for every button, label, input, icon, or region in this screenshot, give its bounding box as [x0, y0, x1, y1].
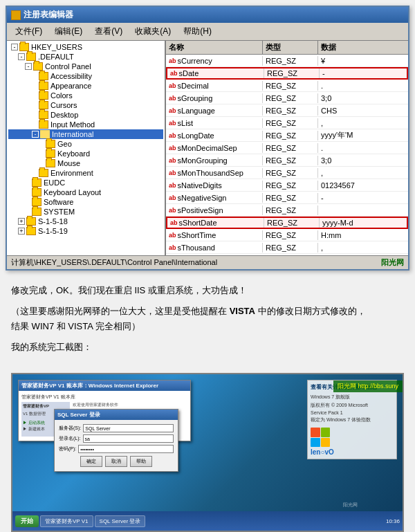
val-data: H:mm — [318, 230, 408, 240]
tree-item-s-1-5-18[interactable]: + S-1-5-18 — [8, 217, 163, 226]
value-row-sshorttime[interactable]: absShortTime REG_SZ H:mm — [166, 229, 408, 241]
tree-label: Mouse — [57, 159, 80, 167]
val-name-text: sDate — [179, 69, 199, 77]
expand-icon[interactable]: + — [18, 228, 25, 235]
tree-label: Desktop — [50, 111, 78, 119]
value-row-sdate[interactable]: absDate REG_SZ - — [166, 67, 408, 80]
value-row-sgrouping[interactable]: absGrouping REG_SZ 3;0 — [166, 92, 408, 104]
tree-item-system[interactable]: SYSTEM — [8, 207, 163, 217]
value-row-stime[interactable]: absTime REG_SZ : — [166, 254, 408, 255]
val-name-text: sPositiveSign — [178, 206, 223, 214]
value-row-snativedigits[interactable]: absNativeDigits REG_SZ 01234567 — [166, 179, 408, 192]
val-type: REG_SZ — [263, 156, 318, 165]
desktop-screenshot: 管家婆财务VP V1 账本库：Windows Internet Explorer… — [11, 373, 404, 532]
brand-name: 阳光网 — [338, 383, 356, 389]
sim-input-login[interactable]: sa — [83, 434, 174, 443]
sim-label-password: 密码(P): — [59, 446, 76, 452]
menu-favorites[interactable]: 收藏夹(A) — [129, 24, 176, 39]
body-text: 修改完成，OK。我们现在重启 IIS 或重启系统，大功告成！ （这里要感谢阳光网… — [0, 276, 415, 367]
val-data — [318, 210, 408, 211]
expand-icon[interactable]: - — [32, 131, 39, 138]
menu-view[interactable]: 查看(V) — [89, 24, 128, 39]
tree-label: Input Method — [50, 120, 95, 129]
sim-taskbar-item-1[interactable]: 管家婆财务VP V1 — [40, 515, 93, 527]
tree-item-international[interactable]: - International — [8, 129, 163, 139]
val-type: REG_SZ — [264, 68, 320, 78]
tree-item-mouse[interactable]: Mouse — [8, 158, 163, 168]
ab-icon: ab — [169, 157, 176, 164]
val-data: , — [318, 118, 408, 128]
tree-item-control-panel[interactable]: - Control Panel — [8, 62, 163, 71]
tree-item-environment[interactable]: Environment — [8, 168, 163, 178]
sim-input-server[interactable]: SQL Server — [83, 424, 174, 432]
folder-icon — [39, 72, 48, 80]
tree-item-s-1-5-19[interactable]: + S-1-5-19 — [8, 226, 163, 236]
value-row-snegativesign[interactable]: absNegativeSign REG_SZ - — [166, 192, 408, 204]
registry-content: - HKEY_USERS - .DEFAULT - Control Panel … — [7, 41, 408, 255]
value-row-smondecimalsep[interactable]: absMonDecimalSep REG_SZ . — [166, 142, 408, 154]
menu-file[interactable]: 文件(F) — [10, 24, 48, 39]
expand-icon[interactable]: - — [11, 44, 18, 51]
lenovo-logo: len○vO — [311, 448, 394, 456]
tree-item-eudc[interactable]: EUDC — [8, 178, 163, 187]
val-data: : — [318, 255, 408, 256]
value-row-smonthousandsep[interactable]: absMonThousandSep REG_SZ , — [166, 167, 408, 179]
watermark: 阳光网 — [343, 502, 358, 508]
folder-icon — [39, 111, 48, 119]
menu-help[interactable]: 帮助(H) — [178, 24, 217, 39]
value-row-sthousand[interactable]: absThousand REG_SZ , — [166, 241, 408, 254]
tree-item-default[interactable]: - .DEFAULT — [8, 52, 163, 62]
val-type: REG_SZ — [263, 193, 318, 203]
sim-input-password[interactable]: •••••••• — [78, 445, 174, 453]
status-text: 计算机\HKEY_USERS\.DEFAULT\Control Panel\In… — [11, 258, 217, 266]
values-panel: 名称 类型 数据 absCurrency REG_SZ ¥ absDate RE… — [166, 41, 408, 255]
val-data: yyyy-M-d — [320, 218, 407, 228]
folder-icon — [19, 43, 29, 51]
folder-icon — [32, 178, 42, 187]
tree-item-cursors[interactable]: Cursors — [8, 100, 163, 110]
value-row-slist[interactable]: absList REG_SZ , — [166, 117, 408, 129]
tree-item-hkey-users[interactable]: - HKEY_USERS — [8, 42, 163, 52]
value-row-spositivesign[interactable]: absPositiveSign REG_SZ — [166, 204, 408, 217]
expand-icon[interactable]: - — [18, 53, 25, 60]
tree-item-desktop[interactable]: Desktop — [8, 110, 163, 120]
sim-ok-button[interactable]: 确定 — [80, 456, 102, 467]
folder-icon — [46, 149, 55, 158]
folder-icon — [39, 91, 48, 100]
tree-item-software[interactable]: Software — [8, 197, 163, 207]
para2-prefix: （这里要感谢阳光网驿的一位大大，这里是受他提醒在 — [11, 306, 230, 316]
tree-panel[interactable]: - HKEY_USERS - .DEFAULT - Control Panel … — [7, 41, 166, 255]
value-row-sshortdate[interactable]: absShortDate REG_SZ yyyy-M-d — [166, 217, 408, 229]
val-type: REG_SZ — [263, 205, 318, 215]
para2-mid: 中的修改日期方式修改的， — [255, 306, 366, 316]
tree-item-keyboard[interactable]: Keyboard — [8, 149, 163, 158]
val-name-text: sLongDate — [178, 131, 214, 140]
tree-item-appearance[interactable]: Appearance — [8, 81, 163, 91]
sim-taskbar-item-2[interactable]: SQL Server 登录 — [95, 515, 146, 527]
folder-icon — [39, 82, 48, 90]
tree-item-keyboard-layout[interactable]: Keyboard Layout — [8, 187, 163, 197]
value-row-smongrouping[interactable]: absMonGrouping REG_SZ 3;0 — [166, 154, 408, 167]
sim-dialog-buttons: 确定 取消 帮助 — [59, 456, 174, 467]
tree-item-colors[interactable]: Colors — [8, 91, 163, 100]
expand-icon[interactable]: + — [18, 218, 25, 225]
val-data: 3;0 — [318, 93, 408, 103]
sim-cancel-button[interactable]: 取消 — [105, 456, 127, 467]
value-row-scurrency[interactable]: absCurrency REG_SZ ¥ — [166, 55, 408, 67]
ab-icon: ab — [169, 107, 176, 114]
value-row-sdecimal[interactable]: absDecimal REG_SZ . — [166, 80, 408, 92]
sim-help-button[interactable]: 帮助 — [130, 456, 152, 467]
value-row-slongdate[interactable]: absLongDate REG_SZ yyyy'年'M — [166, 129, 408, 142]
val-data: 01234567 — [318, 181, 408, 190]
val-type: REG_SZ — [263, 181, 318, 190]
tree-item-geo[interactable]: Geo — [8, 139, 163, 149]
val-data: . — [318, 81, 408, 91]
val-name-text: sDecimal — [178, 82, 209, 90]
tree-item-input-method[interactable]: Input Method — [8, 120, 163, 129]
tree-label: SYSTEM — [44, 208, 75, 216]
value-row-slanguage[interactable]: absLanguage REG_SZ CHS — [166, 104, 408, 117]
sim-start-button[interactable]: 开始 — [15, 515, 39, 527]
menu-edit[interactable]: 编辑(E) — [49, 24, 88, 39]
expand-icon[interactable]: - — [25, 63, 32, 70]
tree-item-accessibility[interactable]: Accessibility — [8, 71, 163, 81]
